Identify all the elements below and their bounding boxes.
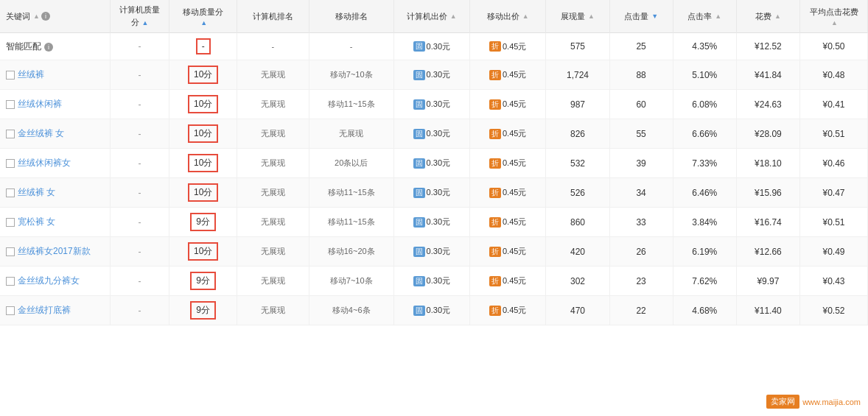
pc-bid-value: 固 0.30元 bbox=[413, 246, 450, 257]
mobile-quality-value: 9分 bbox=[190, 301, 216, 320]
clicks-cell: 23 bbox=[609, 267, 673, 296]
keyword-link[interactable]: 金丝绒打底裤 bbox=[18, 304, 71, 317]
pc-price-tag: 固 bbox=[413, 70, 425, 80]
pc-bid-cell: 固 0.30元 bbox=[393, 90, 469, 119]
avg-cpc-cell: ¥0.48 bbox=[800, 60, 868, 90]
pc-quality-value: - bbox=[139, 70, 141, 80]
avg-cpc-sort-icon[interactable]: ▲ bbox=[831, 19, 838, 27]
keyword-cell: 丝绒裤 女 bbox=[0, 178, 110, 208]
pc-bid-sort-icon[interactable]: ▲ bbox=[450, 13, 457, 20]
mobile-rank-cell: - bbox=[309, 33, 393, 60]
mobile-bid-value: 折 0.45元 bbox=[489, 187, 526, 198]
mobile-rank-value: 移动7~10条 bbox=[330, 276, 373, 285]
keyword-info-icon[interactable]: i bbox=[41, 12, 50, 21]
ctr-cell: 3.84% bbox=[673, 208, 736, 237]
mobile-bid-cell: 折 0.45元 bbox=[470, 237, 546, 267]
mobile-bid-value: 折 0.45元 bbox=[489, 99, 526, 110]
cost-sort-icon[interactable]: ▲ bbox=[774, 13, 781, 20]
keyword-link[interactable]: 丝绒裤女2017新款 bbox=[18, 245, 91, 258]
keyword-checkbox[interactable] bbox=[6, 247, 15, 256]
pc-quality-sort-icon[interactable]: ▲ bbox=[142, 19, 149, 27]
keyword-checkbox[interactable] bbox=[6, 218, 15, 227]
mobile-bid-cell: 折 0.45元 bbox=[470, 60, 546, 90]
mobile-rank-value: 移动11~15条 bbox=[328, 188, 375, 197]
impressions-cell: 826 bbox=[546, 119, 609, 149]
mobile-rank-value: 移动16~20条 bbox=[328, 247, 375, 255]
impressions-cell: 575 bbox=[546, 33, 609, 60]
mobile-price-tag: 折 bbox=[489, 306, 501, 316]
avg-cpc-cell: ¥0.41 bbox=[800, 90, 868, 119]
mobile-quality-cell: 10分 bbox=[169, 90, 237, 119]
mobile-rank-header-label: 移动排名 bbox=[335, 12, 368, 21]
pc-quality-cell: - bbox=[110, 149, 169, 178]
keyword-link[interactable]: 金丝绒裤 女 bbox=[18, 127, 64, 140]
mobile-bid-value: 折 0.45元 bbox=[489, 128, 526, 139]
keyword-sort-icon[interactable]: ▲ bbox=[33, 13, 40, 20]
mobile-quality-cell: 10分 bbox=[169, 237, 237, 267]
impressions-cell: 526 bbox=[546, 178, 609, 208]
avg-cpc-cell: ¥0.43 bbox=[800, 267, 868, 296]
keyword-checkbox[interactable] bbox=[6, 277, 15, 286]
ctr-cell: 6.19% bbox=[673, 237, 736, 267]
pc-bid-value: 固 0.30元 bbox=[413, 216, 450, 228]
mobile-quality-sort-icon[interactable]: ▲ bbox=[200, 19, 207, 27]
keyword-link[interactable]: 丝绒裤 bbox=[18, 68, 44, 81]
keyword-checkbox[interactable] bbox=[6, 188, 15, 197]
mobile-bid-cell: 折 0.45元 bbox=[470, 178, 546, 208]
keyword-link[interactable]: 丝绒休闲裤女 bbox=[18, 157, 71, 169]
pc-rank-cell: 无展现 bbox=[237, 237, 309, 267]
impressions-sort-icon[interactable]: ▲ bbox=[588, 13, 595, 20]
cost-cell: ¥16.74 bbox=[736, 208, 799, 237]
col-header-cost: 花费 ▲ bbox=[736, 0, 799, 33]
avg-cpc-cell: ¥0.51 bbox=[800, 119, 868, 149]
pc-bid-value: 固 0.30元 bbox=[413, 187, 450, 198]
mobile-quality-value: 10分 bbox=[188, 95, 218, 113]
keyword-link[interactable]: 丝绒裤 女 bbox=[18, 186, 55, 199]
pc-quality-value: - bbox=[139, 217, 141, 228]
keyword-checkbox[interactable] bbox=[6, 71, 15, 80]
ctr-cell: 4.35% bbox=[673, 33, 736, 60]
keyword-cell: 宽松裤 女 bbox=[0, 208, 110, 237]
pc-quality-value: - bbox=[139, 276, 141, 286]
mobile-bid-cell: 折 0.45元 bbox=[470, 208, 546, 237]
pc-rank-cell: 无展现 bbox=[237, 208, 309, 237]
keyword-checkbox[interactable] bbox=[6, 100, 15, 109]
pc-rank-value: 无展现 bbox=[261, 158, 285, 167]
pc-rank-cell: 无展现 bbox=[237, 267, 309, 296]
smart-match-info-icon[interactable]: i bbox=[44, 43, 53, 52]
avg-cpc-cell: ¥0.50 bbox=[800, 33, 868, 60]
mobile-rank-value: 移动4~6条 bbox=[332, 306, 371, 314]
keyword-link[interactable]: 丝绒休闲裤 bbox=[18, 98, 62, 110]
pc-rank-value: 无展现 bbox=[261, 188, 285, 197]
mobile-rank-cell: 移动4~6条 bbox=[309, 296, 393, 325]
pc-rank-value: 无展现 bbox=[261, 129, 285, 138]
main-table-container: 关键词 ▲ i 计算机质量 分 ▲ bbox=[0, 0, 868, 325]
mobile-rank-cell: 移动11~15条 bbox=[309, 90, 393, 119]
keyword-link[interactable]: 宽松裤 女 bbox=[18, 216, 55, 228]
mobile-quality-value: 9分 bbox=[190, 213, 216, 231]
keyword-checkbox[interactable] bbox=[6, 159, 15, 168]
impressions-cell: 302 bbox=[546, 267, 609, 296]
keyword-cell: 金丝绒打底裤 bbox=[0, 296, 110, 325]
keyword-checkbox[interactable] bbox=[6, 306, 15, 315]
mobile-bid-cell: 折 0.45元 bbox=[470, 296, 546, 325]
mobile-quality-value: 10分 bbox=[188, 124, 218, 143]
mobile-bid-sort-icon[interactable]: ▲ bbox=[522, 13, 529, 20]
mobile-price-tag: 折 bbox=[489, 247, 501, 257]
keyword-link[interactable]: 金丝绒九分裤女 bbox=[18, 275, 80, 287]
pc-quality-value: - bbox=[139, 306, 141, 316]
clicks-sort-icon[interactable]: ▼ bbox=[651, 13, 658, 20]
cost-cell: ¥15.96 bbox=[736, 178, 799, 208]
mobile-bid-cell: 折 0.45元 bbox=[470, 33, 546, 60]
ctr-sort-icon[interactable]: ▲ bbox=[715, 13, 721, 20]
ctr-cell: 7.62% bbox=[673, 267, 736, 296]
mobile-rank-value: 无展现 bbox=[339, 129, 363, 138]
pc-quality-cell: - bbox=[110, 119, 169, 149]
pc-quality-value: - bbox=[139, 41, 141, 52]
pc-quality-sub-label: 分 bbox=[131, 17, 139, 28]
keyword-checkbox[interactable] bbox=[6, 130, 15, 138]
cost-header-label: 花费 bbox=[755, 11, 771, 22]
pc-quality-cell: - bbox=[110, 267, 169, 296]
pc-rank-header-label: 计算机排名 bbox=[253, 12, 293, 21]
pc-price-tag: 固 bbox=[413, 217, 425, 228]
